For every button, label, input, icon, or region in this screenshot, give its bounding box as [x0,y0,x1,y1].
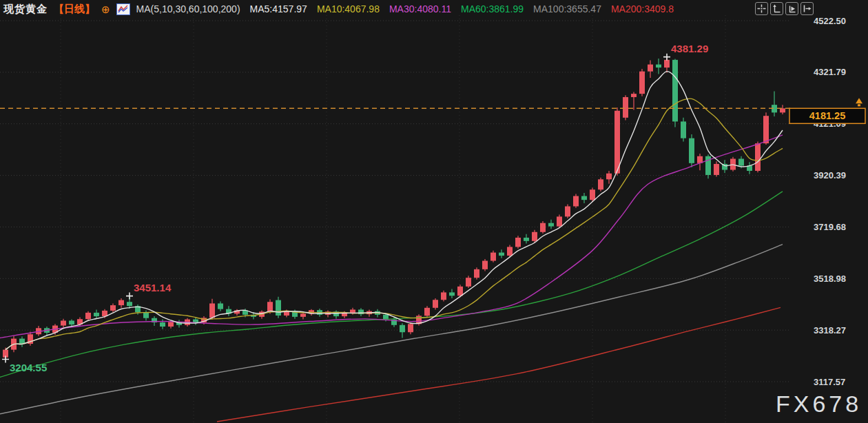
ma5-value: MA5:4157.97 [250,3,307,14]
ma10-value: MA10:4067.98 [317,3,380,14]
axis-label: 3719.68 [814,222,846,232]
axis-label: 3117.57 [814,377,845,387]
ma100-value: MA100:3655.47 [533,3,601,14]
ma200-line [217,307,781,422]
fit-center-icon[interactable] [755,2,768,15]
extreme-cross-marker [126,293,133,300]
ma-params-label: MA(5,10,30,60,100,200) [136,3,240,14]
watermark-fx678: FX678 [776,391,862,417]
extreme-price-label: 4381.29 [671,43,708,54]
axis-scale-up-icon[interactable] [770,2,783,15]
price-axis-labels: 4522.504321.794121.093920.393719.683518.… [814,16,846,387]
autoscroll-play-icon[interactable] [785,2,798,15]
current-price-value: 4181.25 [809,110,845,121]
chart-header: 现货黄金 【日线】 ⊕ MA(5,10,30,60,100,200) MA5:4… [0,0,868,18]
axis-label: 4321.79 [814,67,846,77]
axis-label: 3518.98 [814,274,846,284]
period-label: 【日线】 [54,3,95,16]
ma60-value: MA60:3861.99 [461,3,524,14]
extreme-cross-marker [663,54,670,61]
ma5-line [6,72,783,350]
ma10-line [6,99,783,350]
candles-layer [3,57,785,360]
crosshair-target-icon[interactable]: ⊕ [101,4,110,14]
gridlines [0,15,791,423]
symbol-title: 现货黄金 [3,3,48,16]
ma200-value: MA200:3409.8 [611,3,674,14]
ma30-line [0,135,783,338]
ma100-line [0,245,783,414]
ma30-value: MA30:4080.11 [389,3,451,14]
current-price-tag: 4181.25 [789,108,865,123]
axis-label: 3318.27 [814,325,846,336]
extreme-price-label: 3451.14 [134,282,172,293]
price-chart-canvas[interactable]: 4522.504321.794121.093920.393719.683518.… [0,0,868,423]
chart-window: 4522.504321.794121.093920.393719.683518.… [0,0,868,423]
pan-right-icon[interactable] [800,2,814,15]
chart-thumbnail-icon[interactable] [116,3,130,15]
chart-toolbar [755,2,814,15]
ma60-line [0,192,783,378]
current-price-line [0,98,862,108]
extreme-price-label: 3204.55 [10,362,47,373]
axis-label: 3920.39 [814,170,846,180]
